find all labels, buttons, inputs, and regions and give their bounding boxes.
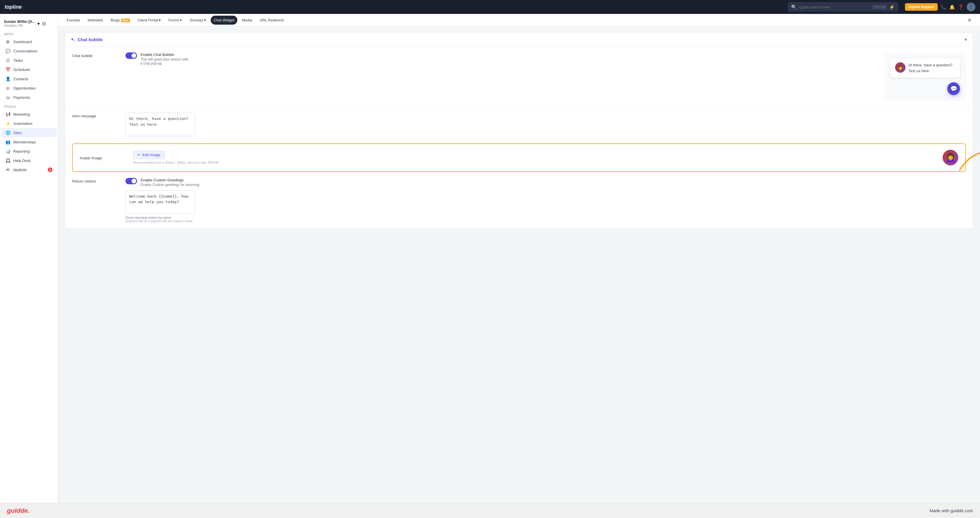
nav-clientportal[interactable]: Client Portal ▾: [135, 16, 164, 25]
user-avatar[interactable]: 👤: [967, 3, 975, 11]
workspace-location: Scranton, PA: [4, 24, 35, 27]
sidebar-item-dashboard[interactable]: ⊞ Dashboard: [1, 37, 57, 46]
avatar-image-row: Avatar Image ✏ Edit Image Recommended si…: [72, 143, 966, 172]
preview-avatar: 👩: [895, 62, 905, 73]
nav-blogs[interactable]: BlogsNew: [108, 16, 133, 25]
opportunities-icon: ◎: [5, 86, 10, 91]
dashboard-icon: ⊞: [5, 40, 10, 44]
nav-funnels[interactable]: Funnels: [64, 16, 83, 25]
workspace-selector[interactable]: Dunder Mifflin [D... Scranton, PA ▾ ⊟: [0, 17, 58, 30]
chat-bubble-section-header[interactable]: ↖ Chat bubble ▾: [65, 32, 973, 47]
toggle-desc: This will greet your visitors witha chat…: [140, 57, 188, 65]
toggle-slider: [126, 52, 137, 59]
help-icon[interactable]: ❓: [958, 4, 964, 10]
sidebar-item-payments[interactable]: 🗂 Payments: [1, 93, 57, 102]
nav-urlredirects[interactable]: URL Redirects: [257, 16, 287, 25]
nav-media[interactable]: Media: [239, 16, 255, 25]
sidebar-item-label: Sites: [13, 131, 22, 135]
sidebar-item-label: Mailfold: [13, 168, 26, 172]
sidebar-item-contacts[interactable]: 👤 Contacts: [1, 74, 57, 83]
dropdown-icon: ▾: [204, 18, 206, 22]
intro-message-label: Intro message: [72, 113, 119, 118]
search-input[interactable]: [799, 5, 870, 9]
support-button[interactable]: topline Support: [905, 3, 938, 11]
return-message-wrap: Welcome back {{name}}, how can we help y…: [126, 190, 195, 223]
automation-icon: ⚡: [5, 121, 10, 126]
sidebar-item-label: Opportunities: [13, 86, 36, 91]
intro-message-control: Hi there, have a question? Text us here.: [126, 113, 966, 137]
conversations-icon: 💬: [5, 49, 10, 53]
sidebar-item-opportunities[interactable]: ◎ Opportunities: [1, 83, 57, 93]
sidebar-item-label: Memberships: [13, 140, 36, 144]
sidebar-item-memberships[interactable]: 👥 Memberships: [1, 137, 57, 146]
blogs-new-badge: New: [121, 19, 130, 22]
panel-icon[interactable]: ⊟: [42, 21, 46, 26]
nav-settings-icon[interactable]: ⚙: [965, 16, 974, 25]
sidebar-item-helpdesk[interactable]: 🎧 Help Desk: [1, 156, 57, 165]
avatar-image-section: Avatar Image ✏ Edit Image Recommended si…: [65, 143, 973, 172]
sidebar-item-label: Marketing: [13, 112, 30, 116]
avatar-image-preview: 👩‍🦱: [943, 150, 958, 165]
search-bar[interactable]: 🔍 Ctrl + K ⚡: [788, 2, 898, 11]
nav-websites[interactable]: Websites: [84, 16, 106, 25]
sidebar-item-reporting[interactable]: 📊 Reporting: [1, 146, 57, 156]
app-logo: topline: [5, 4, 22, 10]
topnav-right: topline Support 📞 🔔 ❓ 👤: [905, 3, 975, 11]
memberships-icon: 👥: [5, 140, 10, 144]
sidebar-item-conversations[interactable]: 💬 Conversations: [1, 46, 57, 56]
return-visitors-row: Return visitors Enable Custom Greetings …: [65, 172, 973, 229]
nav-chatwidget[interactable]: Chat Widget: [211, 16, 237, 25]
sidebar-item-scheduler[interactable]: 📅 Scheduler: [1, 65, 57, 74]
sidebar-item-marketing[interactable]: 📢 Marketing: [1, 110, 57, 119]
return-visitors-bottom: Welcome back {{name}}, how can we help y…: [72, 190, 195, 223]
search-shortcut: Ctrl + K: [872, 5, 887, 9]
toggle-label-wrap: Enable Chat Bubble This will greet your …: [140, 52, 188, 65]
chevron-down-icon: ▾: [37, 21, 40, 26]
bell-icon[interactable]: 🔔: [949, 4, 955, 10]
mailfold-icon: ✉: [5, 167, 10, 172]
sidebar-item-mailfold[interactable]: ✉ Mailfold 8: [1, 165, 57, 175]
preview-icon-wrap: 💬: [891, 82, 960, 95]
edit-icon: ✏: [137, 153, 140, 157]
return-toggle-wrap: Enable Custom Greetings Enable Custom gr…: [126, 178, 199, 187]
intro-message-textarea[interactable]: Hi there, have a question? Text us here.: [126, 113, 195, 136]
return-toggle-title: Enable Custom Greetings: [140, 178, 199, 182]
tasks-icon: ☑: [5, 58, 10, 63]
toggle-wrap: Enable Chat Bubble This will greet your …: [126, 52, 878, 65]
contacts-icon: 👤: [5, 76, 10, 81]
workspace-name: Dunder Mifflin [D...: [4, 20, 35, 24]
sidebar-item-label: Contacts: [13, 77, 28, 81]
sidebar-item-label: Reporting: [13, 149, 30, 154]
edit-image-label: Edit Image: [142, 153, 160, 157]
avatar-image-control: ✏ Edit Image Recommended size is 300px *…: [133, 151, 935, 164]
nav-forms[interactable]: Forms ▾: [165, 16, 185, 25]
helpdesk-icon: 🎧: [5, 158, 10, 163]
sidebar-item-automation[interactable]: ⚡ Automation: [1, 119, 57, 128]
return-message-textarea[interactable]: Welcome back {{name}}, how can we help y…: [126, 190, 195, 214]
sidebar-item-sites[interactable]: 🌐 Sites: [1, 128, 57, 137]
preview-bubble-text: Hi there, have a question? Text us here.: [908, 62, 955, 73]
avatar-image-wrap: 👩‍🦱: [943, 150, 958, 165]
return-spacer: [72, 190, 119, 192]
top-navigation: topline 🔍 Ctrl + K ⚡ topline Support 📞 🔔…: [0, 0, 980, 14]
nav-surveys[interactable]: Surveys ▾: [187, 16, 209, 25]
chat-bubble-arrow-icon: ↖: [71, 37, 75, 42]
phone-icon[interactable]: 📞: [940, 4, 947, 10]
sidebar-item-label: Help Desk: [13, 159, 31, 163]
search-icon: 🔍: [791, 4, 797, 10]
payments-icon: 🗂: [5, 95, 10, 100]
enable-chat-bubble-toggle[interactable]: [126, 52, 137, 59]
return-toggle-slider: [126, 178, 137, 184]
avatar-person-icon: 👩‍🦱: [945, 153, 956, 162]
chat-bubble-row: Chat bubble Enable Chat Bubble This will…: [65, 47, 973, 107]
app-layout: Dunder Mifflin [D... Scranton, PA ▾ ⊟ Ap…: [0, 14, 980, 503]
chat-icon-button[interactable]: 💬: [947, 82, 960, 95]
edit-image-button[interactable]: ✏ Edit Image: [133, 151, 165, 159]
sidebar-item-label: Tasks: [13, 58, 23, 63]
sidebar-item-tasks[interactable]: ☑ Tasks: [1, 56, 57, 65]
avatar-hint: Recommended size is 300px * 300px, size …: [133, 161, 935, 164]
return-visitors-label: Return visitors: [72, 178, 119, 183]
lightning-icon: ⚡: [889, 4, 895, 10]
enable-custom-greetings-toggle[interactable]: [126, 178, 137, 184]
return-hint: Greet returning visitors by name: [126, 216, 195, 219]
